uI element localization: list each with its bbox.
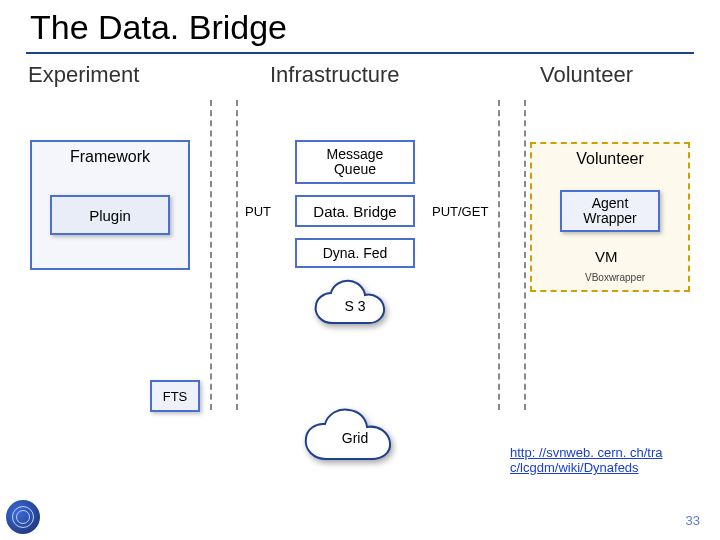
fts-label: FTS	[163, 389, 188, 404]
agent-wrapper-label: Agent Wrapper	[583, 196, 636, 227]
framework-label: Framework	[70, 148, 150, 166]
plugin-label: Plugin	[89, 207, 131, 224]
cern-logo-icon	[6, 500, 40, 534]
fts-box: FTS	[150, 380, 200, 412]
grid-cloud: Grid	[300, 405, 410, 470]
column-volunteer-label: Volunteer	[540, 62, 633, 88]
column-experiment-label: Experiment	[28, 62, 139, 88]
title-underline	[26, 52, 694, 54]
column-infrastructure-label: Infrastructure	[270, 62, 400, 88]
vm-label: VM	[595, 248, 618, 265]
separator-left	[210, 100, 212, 410]
message-queue-label: Message Queue	[327, 147, 384, 178]
message-queue-box: Message Queue	[295, 140, 415, 184]
dynafeds-link[interactable]: http: //svnweb. cern. ch/tra c/lcgdm/wik…	[510, 445, 700, 475]
putget-edge-label: PUT/GET	[432, 204, 488, 219]
vboxwrapper-label: VBoxwrapper	[585, 272, 645, 283]
volunteer-inner-label: Volunteer	[576, 150, 644, 168]
page-number: 33	[686, 513, 700, 528]
dynafed-box: Dyna. Fed	[295, 238, 415, 268]
agent-wrapper-box: Agent Wrapper	[560, 190, 660, 232]
dynafed-label: Dyna. Fed	[323, 245, 388, 261]
separator-right	[498, 100, 500, 410]
plugin-box: Plugin	[50, 195, 170, 235]
separator-right-2	[524, 100, 526, 410]
s3-cloud: S 3	[310, 278, 400, 333]
databridge-box: Data. Bridge	[295, 195, 415, 227]
slide-title: The Data. Bridge	[30, 8, 287, 47]
separator-left-2	[236, 100, 238, 410]
s3-label: S 3	[310, 298, 400, 314]
put-edge-label: PUT	[245, 204, 271, 219]
databridge-label: Data. Bridge	[313, 203, 396, 220]
grid-label: Grid	[300, 430, 410, 446]
